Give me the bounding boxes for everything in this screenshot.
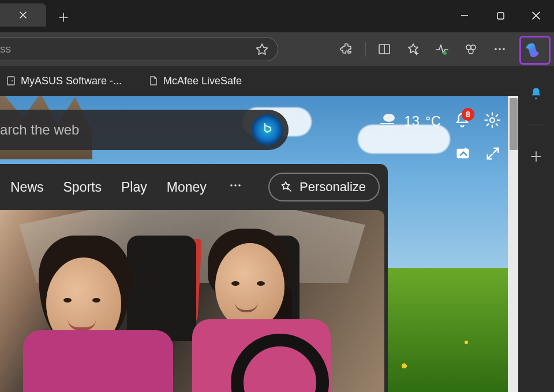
svg-point-10 bbox=[12, 80, 13, 81]
ntp-settings-button[interactable] bbox=[484, 111, 501, 131]
svg-point-5 bbox=[469, 49, 473, 54]
active-tab[interactable] bbox=[0, 3, 46, 27]
page-icon bbox=[148, 76, 159, 86]
favorite-star-icon[interactable] bbox=[254, 42, 269, 60]
svg-point-6 bbox=[495, 48, 497, 50]
minimize-button[interactable] bbox=[447, 0, 482, 31]
ntp-edit-controls bbox=[455, 145, 501, 164]
expand-button[interactable] bbox=[485, 145, 501, 164]
bookmark-label: MyASUS Software -... bbox=[21, 75, 122, 87]
fog-icon bbox=[377, 111, 398, 132]
pen-image-icon bbox=[455, 145, 471, 162]
bookmark-label: McAfee LiveSafe bbox=[163, 75, 242, 87]
weather-widget[interactable]: 13°C bbox=[377, 111, 441, 132]
star-pen-icon bbox=[279, 180, 293, 194]
weather-temp: 13 bbox=[404, 113, 420, 129]
scrollbar[interactable] bbox=[508, 96, 518, 392]
svg-point-14 bbox=[230, 184, 233, 186]
gear-icon bbox=[484, 111, 501, 129]
sidebar bbox=[518, 66, 554, 392]
svg-point-11 bbox=[383, 114, 395, 122]
svg-point-8 bbox=[503, 48, 505, 50]
sidebar-divider bbox=[527, 125, 545, 125]
weather-unit: °C bbox=[425, 113, 441, 129]
personalize-button[interactable]: Personalize bbox=[268, 173, 380, 201]
svg-point-7 bbox=[499, 48, 501, 50]
door-icon bbox=[6, 76, 16, 86]
svg-point-16 bbox=[238, 184, 241, 186]
scrollbar-thumb[interactable] bbox=[510, 98, 518, 150]
edit-background-button[interactable] bbox=[455, 145, 471, 164]
copilot-button[interactable] bbox=[519, 36, 551, 65]
performance-icon[interactable] bbox=[429, 36, 455, 62]
ntp-top-controls: 13°C 8 bbox=[377, 111, 501, 132]
svg-rect-0 bbox=[497, 13, 504, 19]
sidebar-add-icon[interactable] bbox=[525, 145, 548, 168]
expand-icon bbox=[485, 145, 501, 162]
toolbar-actions bbox=[334, 32, 512, 66]
favorites-icon[interactable] bbox=[400, 36, 426, 62]
close-tab-icon[interactable] bbox=[19, 11, 27, 19]
ntp-notifications-button[interactable]: 8 bbox=[454, 111, 471, 131]
settings-more-icon[interactable] bbox=[487, 36, 512, 62]
personalize-label: Personalize bbox=[300, 180, 366, 195]
nav-money[interactable]: Money bbox=[167, 180, 207, 195]
svg-rect-9 bbox=[8, 77, 14, 85]
svg-point-12 bbox=[490, 118, 495, 122]
toolbar-separator bbox=[365, 42, 366, 57]
maximize-button[interactable] bbox=[482, 0, 518, 31]
window-controls bbox=[447, 0, 554, 31]
toolbar: ss bbox=[0, 32, 554, 66]
sidebar-notifications-icon[interactable] bbox=[525, 82, 548, 105]
nav-play[interactable]: Play bbox=[121, 180, 147, 195]
svg-point-2 bbox=[443, 51, 447, 55]
bookmark-myasus[interactable]: MyASUS Software -... bbox=[0, 72, 128, 91]
close-window-button[interactable] bbox=[518, 0, 554, 31]
bing-chat-icon[interactable] bbox=[252, 114, 283, 145]
svg-point-15 bbox=[234, 184, 237, 186]
split-screen-icon[interactable] bbox=[372, 36, 397, 62]
notifications-badge: 8 bbox=[462, 108, 474, 121]
content-area: arch the web 13°C 8 bbox=[0, 96, 518, 392]
bookmark-mcafee[interactable]: McAfee LiveSafe bbox=[143, 72, 248, 91]
titlebar bbox=[0, 0, 554, 32]
browser-essentials-icon[interactable] bbox=[458, 36, 484, 62]
nav-more-icon[interactable] bbox=[229, 179, 242, 195]
search-placeholder: arch the web bbox=[0, 122, 79, 138]
feed-nav: News Sports Play Money Personalize bbox=[0, 164, 388, 210]
bookmarks-bar: MyASUS Software -... McAfee LiveSafe bbox=[0, 66, 518, 96]
nav-news[interactable]: News bbox=[10, 180, 44, 195]
ntp-search-input[interactable]: arch the web bbox=[0, 110, 289, 150]
feed-card: News Sports Play Money Personalize bbox=[0, 164, 388, 392]
address-text: ss bbox=[0, 43, 11, 55]
feed-hero-image[interactable] bbox=[0, 210, 384, 392]
copilot-icon bbox=[525, 40, 545, 60]
extensions-icon[interactable] bbox=[334, 36, 360, 62]
address-bar[interactable]: ss bbox=[0, 37, 278, 61]
nav-sports[interactable]: Sports bbox=[63, 180, 102, 195]
browser-window: ss bbox=[0, 0, 554, 392]
new-tab-button[interactable] bbox=[53, 7, 74, 28]
